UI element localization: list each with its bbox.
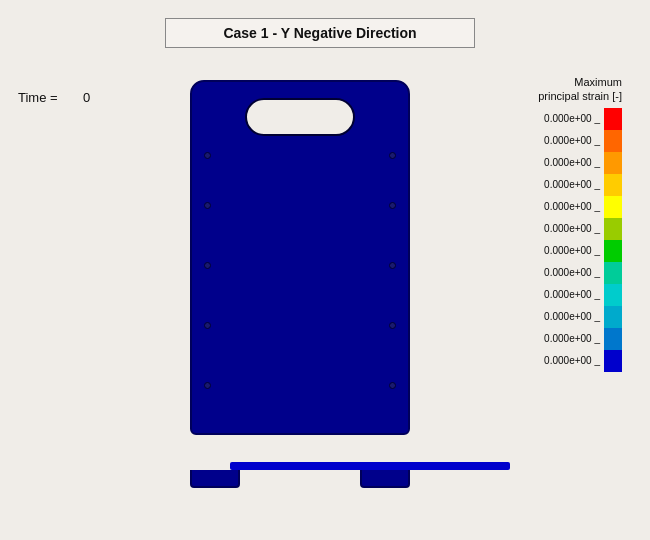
time-label-text: Time = bbox=[18, 90, 58, 105]
legend-color-swatch bbox=[604, 328, 622, 350]
time-display: Time = 0 bbox=[18, 90, 90, 105]
legend-row: 0.000e+00 _ bbox=[512, 130, 622, 152]
legend-label: 0.000e+00 _ bbox=[535, 355, 600, 366]
legend-color-swatch bbox=[604, 152, 622, 174]
legend-color-swatch bbox=[604, 284, 622, 306]
screw bbox=[204, 202, 211, 209]
legend-label: 0.000e+00 _ bbox=[535, 157, 600, 168]
legend-title: Maximum principal strain [-] bbox=[512, 75, 622, 104]
legend-color-swatch bbox=[604, 108, 622, 130]
legend-label: 0.000e+00 _ bbox=[535, 245, 600, 256]
legend-row: 0.000e+00 _ bbox=[512, 152, 622, 174]
legend-row: 0.000e+00 _ bbox=[512, 306, 622, 328]
ground-line bbox=[230, 462, 510, 470]
handle-cutout bbox=[245, 98, 355, 136]
base-foot-right bbox=[360, 470, 410, 488]
legend-row: 0.000e+00 _ bbox=[512, 328, 622, 350]
legend-color-swatch bbox=[604, 218, 622, 240]
legend-label: 0.000e+00 _ bbox=[535, 135, 600, 146]
screw bbox=[389, 262, 396, 269]
screw bbox=[389, 152, 396, 159]
legend-label: 0.000e+00 _ bbox=[535, 179, 600, 190]
legend-label: 0.000e+00 _ bbox=[535, 223, 600, 234]
screw bbox=[389, 322, 396, 329]
legend-bar: 0.000e+00 _0.000e+00 _0.000e+00 _0.000e+… bbox=[512, 108, 622, 372]
fem-model bbox=[170, 80, 430, 470]
case-title: Case 1 - Y Negative Direction bbox=[165, 18, 475, 48]
legend-color-swatch bbox=[604, 196, 622, 218]
legend-color-swatch bbox=[604, 350, 622, 372]
legend-row: 0.000e+00 _ bbox=[512, 218, 622, 240]
legend-label: 0.000e+00 _ bbox=[535, 311, 600, 322]
color-legend: Maximum principal strain [-] 0.000e+00 _… bbox=[512, 75, 622, 372]
legend-row: 0.000e+00 _ bbox=[512, 108, 622, 130]
time-value: 0 bbox=[83, 90, 90, 105]
legend-label: 0.000e+00 _ bbox=[535, 289, 600, 300]
screw bbox=[389, 382, 396, 389]
screw bbox=[204, 382, 211, 389]
screw bbox=[204, 152, 211, 159]
legend-row: 0.000e+00 _ bbox=[512, 240, 622, 262]
legend-color-swatch bbox=[604, 262, 622, 284]
legend-row: 0.000e+00 _ bbox=[512, 196, 622, 218]
screw bbox=[204, 322, 211, 329]
legend-row: 0.000e+00 _ bbox=[512, 350, 622, 372]
legend-label: 0.000e+00 _ bbox=[535, 333, 600, 344]
legend-color-swatch bbox=[604, 174, 622, 196]
legend-label: 0.000e+00 _ bbox=[535, 201, 600, 212]
legend-row: 0.000e+00 _ bbox=[512, 262, 622, 284]
device-body bbox=[190, 80, 410, 435]
legend-label: 0.000e+00 _ bbox=[535, 267, 600, 278]
screw bbox=[389, 202, 396, 209]
base-foot-left bbox=[190, 470, 240, 488]
legend-color-swatch bbox=[604, 306, 622, 328]
legend-color-swatch bbox=[604, 130, 622, 152]
screw bbox=[204, 262, 211, 269]
legend-label: 0.000e+00 _ bbox=[535, 113, 600, 124]
legend-color-swatch bbox=[604, 240, 622, 262]
legend-row: 0.000e+00 _ bbox=[512, 174, 622, 196]
legend-row: 0.000e+00 _ bbox=[512, 284, 622, 306]
